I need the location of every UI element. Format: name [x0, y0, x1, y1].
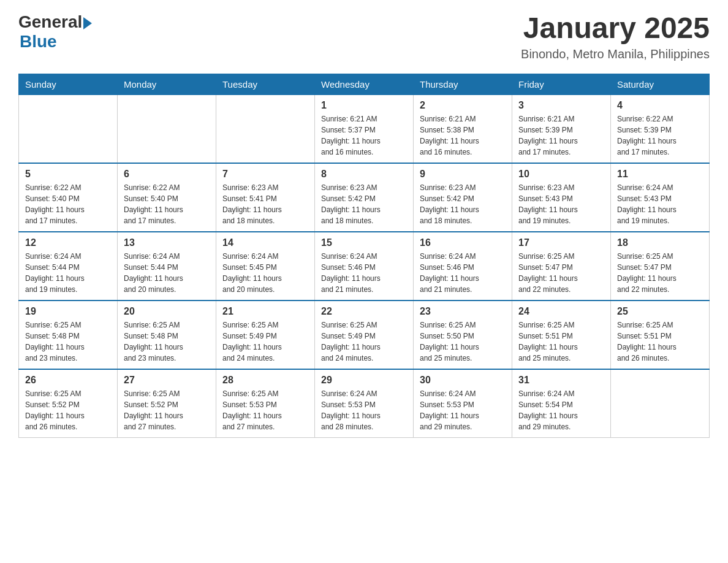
calendar-cell: 29Sunrise: 6:24 AM Sunset: 5:53 PM Dayli…: [315, 369, 414, 438]
day-number: 18: [617, 237, 703, 248]
day-info: Sunrise: 6:25 AM Sunset: 5:51 PM Dayligh…: [617, 320, 703, 364]
day-number: 31: [518, 375, 604, 386]
calendar-cell: 7Sunrise: 6:23 AM Sunset: 5:41 PM Daylig…: [216, 163, 315, 232]
calendar-cell: 17Sunrise: 6:25 AM Sunset: 5:47 PM Dayli…: [512, 232, 611, 301]
calendar-cell: 4Sunrise: 6:22 AM Sunset: 5:39 PM Daylig…: [611, 94, 710, 163]
day-number: 7: [222, 169, 308, 180]
day-number: 20: [124, 306, 210, 317]
calendar-cell: 25Sunrise: 6:25 AM Sunset: 5:51 PM Dayli…: [611, 301, 710, 369]
day-number: 6: [124, 169, 210, 180]
calendar-cell: 19Sunrise: 6:25 AM Sunset: 5:48 PM Dayli…: [19, 301, 118, 369]
calendar-cell: 8Sunrise: 6:23 AM Sunset: 5:42 PM Daylig…: [315, 163, 414, 232]
day-number: 11: [617, 169, 703, 180]
calendar-cell: 11Sunrise: 6:24 AM Sunset: 5:43 PM Dayli…: [611, 163, 710, 232]
day-info: Sunrise: 6:21 AM Sunset: 5:38 PM Dayligh…: [420, 113, 506, 158]
weekday-header-row: SundayMondayTuesdayWednesdayThursdayFrid…: [19, 74, 710, 94]
day-number: 29: [321, 375, 407, 386]
calendar-cell: [118, 94, 216, 163]
day-number: 22: [321, 306, 407, 317]
location-subtitle: Binondo, Metro Manila, Philippines: [521, 47, 710, 61]
day-info: Sunrise: 6:25 AM Sunset: 5:48 PM Dayligh…: [25, 320, 111, 364]
day-info: Sunrise: 6:25 AM Sunset: 5:47 PM Dayligh…: [617, 251, 703, 295]
week-row-3: 12Sunrise: 6:24 AM Sunset: 5:44 PM Dayli…: [19, 232, 710, 301]
calendar-cell: 13Sunrise: 6:24 AM Sunset: 5:44 PM Dayli…: [118, 232, 216, 301]
day-number: 16: [420, 237, 506, 248]
day-number: 14: [222, 237, 308, 248]
day-info: Sunrise: 6:24 AM Sunset: 5:44 PM Dayligh…: [124, 251, 210, 295]
calendar-cell: 26Sunrise: 6:25 AM Sunset: 5:52 PM Dayli…: [19, 369, 118, 438]
day-number: 28: [222, 375, 308, 386]
day-number: 13: [124, 237, 210, 248]
calendar-cell: 16Sunrise: 6:24 AM Sunset: 5:46 PM Dayli…: [414, 232, 512, 301]
day-number: 2: [420, 100, 506, 111]
day-info: Sunrise: 6:24 AM Sunset: 5:53 PM Dayligh…: [321, 388, 407, 432]
calendar-cell: 5Sunrise: 6:22 AM Sunset: 5:40 PM Daylig…: [19, 163, 118, 232]
logo: General Blue: [18, 12, 92, 52]
day-info: Sunrise: 6:23 AM Sunset: 5:43 PM Dayligh…: [518, 182, 604, 226]
calendar-cell: [611, 369, 710, 438]
logo-general-text: General: [18, 12, 82, 32]
weekday-header-thursday: Thursday: [414, 74, 512, 94]
day-info: Sunrise: 6:25 AM Sunset: 5:47 PM Dayligh…: [518, 251, 604, 295]
calendar-cell: 22Sunrise: 6:25 AM Sunset: 5:49 PM Dayli…: [315, 301, 414, 369]
day-info: Sunrise: 6:25 AM Sunset: 5:48 PM Dayligh…: [124, 320, 210, 364]
day-number: 15: [321, 237, 407, 248]
day-info: Sunrise: 6:24 AM Sunset: 5:53 PM Dayligh…: [420, 388, 506, 432]
calendar-cell: 6Sunrise: 6:22 AM Sunset: 5:40 PM Daylig…: [118, 163, 216, 232]
logo-arrow-icon: [83, 17, 92, 29]
day-number: 21: [222, 306, 308, 317]
week-row-5: 26Sunrise: 6:25 AM Sunset: 5:52 PM Dayli…: [19, 369, 710, 438]
calendar-cell: 12Sunrise: 6:24 AM Sunset: 5:44 PM Dayli…: [19, 232, 118, 301]
calendar-cell: 27Sunrise: 6:25 AM Sunset: 5:52 PM Dayli…: [118, 369, 216, 438]
day-number: 17: [518, 237, 604, 248]
day-number: 12: [25, 237, 111, 248]
calendar-cell: 24Sunrise: 6:25 AM Sunset: 5:51 PM Dayli…: [512, 301, 611, 369]
month-title: January 2025: [521, 12, 710, 45]
day-number: 19: [25, 306, 111, 317]
day-info: Sunrise: 6:23 AM Sunset: 5:42 PM Dayligh…: [321, 182, 407, 226]
day-info: Sunrise: 6:25 AM Sunset: 5:49 PM Dayligh…: [321, 320, 407, 364]
title-section: January 2025 Binondo, Metro Manila, Phil…: [521, 12, 710, 61]
calendar-cell: [19, 94, 118, 163]
page-header: General Blue January 2025 Binondo, Metro…: [18, 12, 710, 61]
day-number: 9: [420, 169, 506, 180]
day-number: 4: [617, 100, 703, 111]
day-info: Sunrise: 6:25 AM Sunset: 5:50 PM Dayligh…: [420, 320, 506, 364]
weekday-header-tuesday: Tuesday: [216, 74, 315, 94]
day-number: 10: [518, 169, 604, 180]
calendar-cell: 3Sunrise: 6:21 AM Sunset: 5:39 PM Daylig…: [512, 94, 611, 163]
day-info: Sunrise: 6:25 AM Sunset: 5:49 PM Dayligh…: [222, 320, 308, 364]
day-info: Sunrise: 6:24 AM Sunset: 5:43 PM Dayligh…: [617, 182, 703, 226]
day-number: 24: [518, 306, 604, 317]
day-info: Sunrise: 6:24 AM Sunset: 5:44 PM Dayligh…: [25, 251, 111, 295]
calendar-cell: 28Sunrise: 6:25 AM Sunset: 5:53 PM Dayli…: [216, 369, 315, 438]
day-info: Sunrise: 6:24 AM Sunset: 5:46 PM Dayligh…: [321, 251, 407, 295]
calendar-cell: 23Sunrise: 6:25 AM Sunset: 5:50 PM Dayli…: [414, 301, 512, 369]
day-info: Sunrise: 6:23 AM Sunset: 5:42 PM Dayligh…: [420, 182, 506, 226]
day-info: Sunrise: 6:21 AM Sunset: 5:37 PM Dayligh…: [321, 113, 407, 158]
day-number: 25: [617, 306, 703, 317]
calendar-cell: 21Sunrise: 6:25 AM Sunset: 5:49 PM Dayli…: [216, 301, 315, 369]
calendar-cell: [216, 94, 315, 163]
day-number: 23: [420, 306, 506, 317]
calendar-cell: 30Sunrise: 6:24 AM Sunset: 5:53 PM Dayli…: [414, 369, 512, 438]
calendar-cell: 20Sunrise: 6:25 AM Sunset: 5:48 PM Dayli…: [118, 301, 216, 369]
weekday-header-saturday: Saturday: [611, 74, 710, 94]
day-info: Sunrise: 6:21 AM Sunset: 5:39 PM Dayligh…: [518, 113, 604, 158]
day-number: 27: [124, 375, 210, 386]
day-number: 30: [420, 375, 506, 386]
day-info: Sunrise: 6:24 AM Sunset: 5:45 PM Dayligh…: [222, 251, 308, 295]
week-row-1: 1Sunrise: 6:21 AM Sunset: 5:37 PM Daylig…: [19, 94, 710, 163]
weekday-header-sunday: Sunday: [19, 74, 118, 94]
day-info: Sunrise: 6:22 AM Sunset: 5:39 PM Dayligh…: [617, 113, 703, 158]
calendar-cell: 2Sunrise: 6:21 AM Sunset: 5:38 PM Daylig…: [414, 94, 512, 163]
calendar-cell: 14Sunrise: 6:24 AM Sunset: 5:45 PM Dayli…: [216, 232, 315, 301]
day-info: Sunrise: 6:22 AM Sunset: 5:40 PM Dayligh…: [25, 182, 111, 226]
day-number: 1: [321, 100, 407, 111]
week-row-2: 5Sunrise: 6:22 AM Sunset: 5:40 PM Daylig…: [19, 163, 710, 232]
day-info: Sunrise: 6:24 AM Sunset: 5:54 PM Dayligh…: [518, 388, 604, 432]
calendar-table: SundayMondayTuesdayWednesdayThursdayFrid…: [18, 74, 710, 438]
day-number: 3: [518, 100, 604, 111]
weekday-header-wednesday: Wednesday: [315, 74, 414, 94]
day-number: 8: [321, 169, 407, 180]
